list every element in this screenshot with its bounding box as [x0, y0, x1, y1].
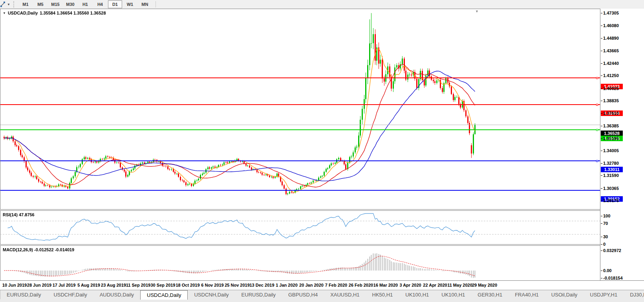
timeframe-toolbar: ▼ M1M5M15M30H1H4D1W1MN: [0, 0, 644, 9]
chart-tab-fra40-h1[interactable]: FRA40,H1: [509, 290, 545, 299]
chart-tab-uk100-h1[interactable]: UK100,H1: [399, 290, 435, 299]
timeframe-button-m1[interactable]: M1: [18, 0, 33, 8]
price-tick-label: 1.46080: [603, 23, 619, 28]
chart-tab-usdjpy-h1[interactable]: USDJPY,H1: [584, 290, 624, 299]
date-tick-label: 20 Jan 2020: [299, 283, 324, 287]
chart-tab-bar: EURUSD,DailyUSDCHF,DailyAUDUSD,DailyUSDC…: [0, 290, 644, 302]
axis-border: [600, 9, 600, 280]
toolbar-separator: [156, 1, 156, 7]
date-tick-label: 26 Feb 2020: [349, 283, 373, 287]
date-tick-label: 3 Apr 2020: [399, 283, 421, 287]
rsi-tick-label: 30: [603, 234, 608, 239]
date-tick-label: 7 Feb 2020: [325, 283, 347, 287]
chart-tab-dj30-daily[interactable]: DJ30,Daily: [624, 290, 644, 299]
price-tick-label: 1.34005: [603, 148, 619, 153]
timeframe-button-d1[interactable]: D1: [108, 0, 122, 8]
macd-tick-label: -0.018154: [603, 276, 623, 280]
date-tick-label: 11 Sep 2019: [126, 283, 150, 287]
timeframe-button-m30[interactable]: M30: [63, 0, 77, 8]
price-tick-label: 1.31590: [603, 173, 619, 178]
timeframe-button-w1[interactable]: W1: [123, 0, 137, 8]
price-tick-label: 1.37610: [603, 111, 619, 116]
chevron-down-icon: ▼: [7, 3, 10, 6]
chart-tab-usdcnh-daily[interactable]: USDCNH,Daily: [188, 290, 235, 299]
price-tick-label: 1.38835: [603, 98, 619, 103]
cursor-tool-button[interactable]: ▼: [0, 0, 13, 9]
bid-line[interactable]: [0, 125, 600, 125]
support-line[interactable]: [0, 190, 600, 191]
support-line[interactable]: [0, 129, 600, 130]
date-tick-label: 5 Aug 2019: [77, 283, 100, 287]
chart-tab-audusd-daily[interactable]: AUDUSD,Daily: [93, 290, 140, 299]
macd-label: MACD(12,26,9) -0.012522 -0.014019: [3, 247, 74, 252]
date-tick-label: 28 Jun 2019: [27, 283, 51, 287]
bid-price-label: 1.36528: [601, 131, 623, 136]
timeframe-button-h1[interactable]: H1: [78, 0, 92, 8]
date-tick-label: 17 Jul 2019: [53, 283, 76, 287]
crosshair-tool-icon: [0, 1, 5, 7]
chart-tab-usdchf-daily[interactable]: USDCHF,Daily: [47, 290, 93, 299]
date-tick-label: 1 Jan 2020: [276, 283, 298, 287]
price-tick-label: 1.35195: [603, 136, 619, 141]
chart-tab-gbpusd-h4[interactable]: GBPUSD,H4: [282, 290, 324, 299]
chart-title: ▼ USDCAD,Daily 1.35584 1.36654 1.35560 1…: [3, 11, 106, 15]
resistance-line[interactable]: [0, 77, 600, 78]
rsi-tick-label: 100: [603, 214, 610, 218]
date-tick-label: 30 Sep 2019: [151, 283, 176, 287]
price-tick-label: 1.42440: [603, 61, 619, 66]
trading-platform-window: ▼ M1M5M15M30H1H4D1W1MN ▼ USDCAD,Daily 1.…: [0, 0, 644, 302]
timeframe-buttons: M1M5M15M30H1H4D1W1MN: [18, 0, 152, 8]
date-tick-label: 18 Oct 2019: [176, 283, 199, 287]
date-axis[interactable]: 10 Jun 201928 Jun 201917 Jul 20195 Aug 2…: [0, 281, 644, 290]
chart-symbol-label: USDCAD,Daily: [8, 11, 38, 15]
chart-title-caret-icon[interactable]: ▼: [3, 11, 6, 15]
resistance-line-handle[interactable]: [596, 77, 598, 79]
rsi-label: RSI(14) 47.8756: [3, 212, 35, 217]
chart-tab-usoil-daily[interactable]: USOil,Daily: [545, 290, 584, 299]
rsi-indicator-canvas[interactable]: [0, 211, 600, 244]
price-tick-label: 1.30365: [603, 186, 619, 191]
price-tick-label: 1.40025: [603, 86, 619, 91]
toolbar-grip[interactable]: [13, 1, 16, 7]
timeframe-button-m5[interactable]: M5: [33, 0, 48, 8]
date-tick-label: 16 Mar 2020: [373, 283, 398, 287]
macd-indicator-canvas[interactable]: [0, 246, 600, 280]
price-tick-label: 1.36385: [603, 123, 619, 128]
price-chart-canvas[interactable]: [0, 9, 600, 209]
timeframe-button-mn[interactable]: MN: [138, 0, 152, 8]
chart-ohlc-values: 1.35584 1.36654 1.35560 1.36528: [40, 11, 106, 15]
price-tick-label: 1.43665: [603, 48, 619, 53]
resistance-line-handle[interactable]: [596, 104, 598, 106]
chart-tab-xauusd-h1[interactable]: XAUUSD,H1: [324, 290, 366, 299]
date-tick-label: 23 Aug 2019: [101, 283, 126, 287]
price-tick-label: 1.44890: [603, 36, 619, 41]
date-tick-label: 6 Nov 2019: [201, 283, 223, 287]
date-tick-label: 13 Dec 2019: [250, 283, 274, 287]
date-tick-label: 25 Nov 2019: [225, 283, 250, 287]
timeframe-button-m15[interactable]: M15: [48, 0, 62, 8]
date-tick-label: 22 Apr 2020: [423, 283, 447, 287]
date-tick-label: 10 Jun 2019: [2, 283, 27, 287]
rsi-tick-label: 0: [603, 242, 606, 247]
price-tick-label: 1.47305: [603, 11, 619, 15]
chart-tab-eurusd-daily[interactable]: EURUSD,Daily: [0, 290, 47, 299]
support-line-handle[interactable]: [596, 160, 598, 162]
chart-tab-usdcad-daily[interactable]: USDCAD,Daily: [140, 290, 188, 300]
timeframe-button-h4[interactable]: H4: [93, 0, 107, 8]
date-tick-label: 11 May 2020: [447, 283, 472, 287]
chart-tab-uk100-h1[interactable]: UK100,H1: [435, 290, 471, 299]
price-axis[interactable]: 1.410231.384641.365281.360151.330111.301…: [600, 9, 644, 280]
chart-shift-marker-icon[interactable]: ▼: [475, 9, 479, 13]
chart-tab-eurusd-daily[interactable]: EURUSD,Daily: [235, 290, 282, 299]
price-tick-label: 1.29175: [603, 198, 619, 203]
support-line-handle[interactable]: [596, 129, 598, 131]
chart-tab-ger30-h1[interactable]: GER30,H1: [471, 290, 509, 299]
resistance-line[interactable]: [0, 104, 600, 105]
price-tick-label: 1.41250: [603, 73, 619, 78]
support-line[interactable]: [0, 160, 600, 161]
chart-tab-hk50-h1[interactable]: HK50,H1: [366, 290, 399, 299]
price-tick-label: 1.32780: [603, 161, 619, 166]
macd-tick-label: 0.00: [603, 268, 611, 273]
macd-tick-label: 0.032972: [603, 248, 621, 253]
level-price-label: 1.33011: [601, 167, 623, 172]
